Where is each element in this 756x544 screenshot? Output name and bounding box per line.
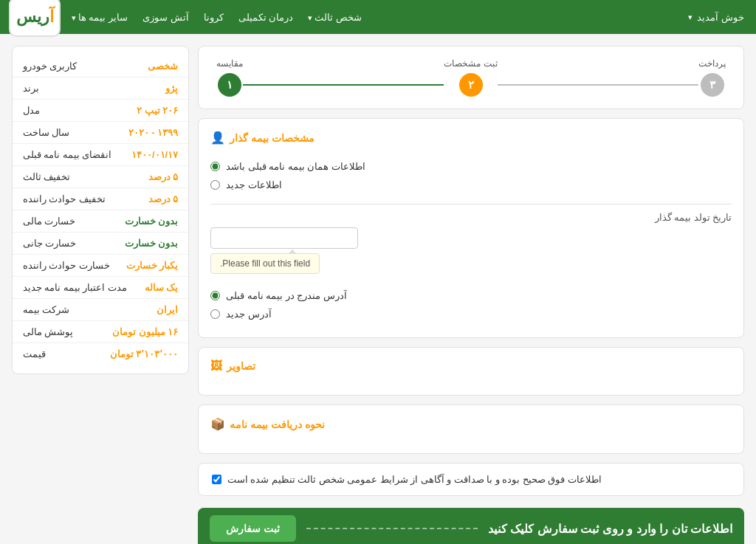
delivery-title: نحوه دریافت بیمه نامه 📦 (210, 417, 732, 431)
sidebar-row-5: ۵ درصد تخفیف ثالث (13, 166, 188, 188)
insurer-icon: 👤 (210, 131, 225, 145)
step-line-1 (243, 84, 444, 86)
sidebar-label-6: تخفیف حوادث راننده (23, 193, 106, 204)
sidebar-value-2: ۲۰۶ تیپ ۲ (137, 105, 178, 116)
sidebar-label-1: برند (23, 83, 39, 94)
step-register: ثبت مشخصات ۲ (444, 58, 497, 97)
sidebar-row-3: ۱۳۹۹ - ۲۰۲۰ سال ساخت (13, 122, 188, 144)
birthdate-label: تاریخ تولد بیمه گذار (210, 212, 732, 223)
submit-dashed-line (306, 528, 478, 529)
insurer-radio-1-label: اطلاعات جدید (226, 179, 282, 190)
sidebar-value-6: ۵ درصد (148, 193, 178, 204)
delivery-icon: 📦 (210, 417, 225, 431)
insurer-title-text: مشخصات بیمه گذار (230, 132, 315, 144)
address-radio-0[interactable]: آدرس مندرج در بیمه نامه قبلی (210, 290, 732, 301)
sidebar-label-3: سال ساخت (23, 127, 69, 138)
confirm-checkbox[interactable] (212, 475, 221, 484)
nav-link-4[interactable]: سایر بیمه ها (72, 12, 128, 23)
sidebar-row-1: پژو برند (13, 78, 188, 100)
sidebar-value-9: یکبار خسارت (126, 260, 178, 271)
sidebar-value-5: ۵ درصد (148, 171, 178, 182)
insurer-radio-0[interactable]: اطلاعات همان بیمه نامه قبلی باشد (210, 161, 732, 172)
tooltip-text: Please fill out this field. (220, 258, 310, 269)
step-line-2 (498, 84, 698, 86)
step-compare: مقایسه ۱ (216, 58, 243, 97)
sidebar-label-0: کاربری خودرو (23, 61, 77, 72)
sidebar-value-11: ایران (157, 304, 178, 315)
navbar: خوش آمدید شخص ثالث درمان تکمیلی کرونا آت… (0, 0, 756, 34)
sidebar-row-10: یک ساله مدت اعتبار بیمه نامه جدید (13, 277, 188, 299)
sidebar-row-12: ۱۶ میلیون تومان پوشش مالی (13, 321, 188, 343)
step-payment-label: پرداخت (698, 58, 726, 69)
delivery-title-text: نحوه دریافت بیمه نامه (230, 419, 325, 430)
submit-button[interactable]: ثبت سفارش (210, 515, 296, 542)
main-layout: پرداخت ۳ ثبت مشخصات ۲ مقایسه ۱ (0, 34, 756, 544)
birthdate-group: تاریخ تولد بیمه گذار Please fill out thi… (210, 212, 732, 277)
step-register-circle: ۲ (459, 73, 483, 97)
sidebar-label-2: مدل (23, 105, 40, 116)
sidebar-row-9: یکبار خسارت خسارت حوادث راننده (13, 255, 188, 277)
sidebar-label-13: قیمت (23, 348, 46, 359)
sidebar-label-10: مدت اعتبار بیمه نامه جدید (23, 282, 127, 293)
nav-link-3[interactable]: آتش سوزی (142, 12, 189, 23)
sidebar-value-7: بدون خسارت (125, 216, 178, 227)
step-register-label: ثبت مشخصات (444, 58, 497, 69)
insurer-title: مشخصات بیمه گذار 👤 (210, 131, 732, 145)
confirm-checkbox-row[interactable]: اطلاعات فوق صحیح بوده و با صداقت و آگاهی… (212, 474, 730, 485)
sidebar-value-0: شخصی (148, 61, 178, 72)
divider-1 (210, 204, 732, 204)
nav-link-0[interactable]: شخص ثالث (308, 12, 362, 23)
sidebar-value-3: ۱۳۹۹ - ۲۰۲۰ (128, 127, 178, 138)
address-radio-1-input[interactable] (210, 309, 220, 319)
nav-link-2[interactable]: کرونا (204, 12, 224, 23)
sidebar-label-9: خسارت حوادث راننده (23, 260, 110, 271)
images-icon: 🖼 (210, 359, 222, 373)
sidebar-label-4: انقضای بیمه نامه قبلی (23, 149, 111, 160)
sidebar-value-12: ۱۶ میلیون تومان (112, 326, 178, 337)
address-radio-0-input[interactable] (210, 291, 220, 300)
insurer-radio-group: اطلاعات همان بیمه نامه قبلی باشد اطلاعات… (210, 155, 732, 196)
sidebar-rows: شخصی کاربری خودرو پژو برند ۲۰۶ تیپ ۲ مدل… (13, 55, 188, 365)
insurer-radio-0-input[interactable] (210, 162, 220, 171)
insurer-section: مشخصات بیمه گذار 👤 اطلاعات همان بیمه نام… (198, 118, 744, 338)
sidebar-value-13: ۳٬۱۰۳٬۰۰۰ تومان (110, 348, 178, 359)
confirm-label: اطلاعات فوق صحیح بوده و با صداقت و آگاهی… (227, 474, 602, 485)
tooltip-box: Please fill out this field. (210, 253, 320, 274)
step-compare-label: مقایسه (216, 58, 243, 69)
sidebar-label-7: خسارت مالی (23, 216, 75, 227)
step-payment: پرداخت ۳ (698, 58, 726, 97)
address-radio-0-label: آدرس مندرج در بیمه نامه قبلی (226, 290, 347, 301)
welcome-text: خوش آمدید (697, 12, 744, 23)
address-radio-group: آدرس مندرج در بیمه نامه قبلی آدرس جدید (210, 284, 732, 326)
sidebar-row-0: شخصی کاربری خودرو (13, 55, 188, 78)
insurer-radio-1-input[interactable] (210, 180, 220, 190)
sidebar-row-8: بدون خسارت خسارت جانی (13, 233, 188, 255)
sidebar: شخصی کاربری خودرو پژو برند ۲۰۶ تیپ ۲ مدل… (12, 46, 189, 374)
images-title: تصاویر 🖼 (210, 359, 732, 373)
address-radio-1-label: آدرس جدید (226, 309, 272, 320)
welcome-menu[interactable]: خوش آمدید (688, 12, 744, 23)
step-payment-circle: ۳ (701, 73, 724, 97)
insurer-radio-1[interactable]: اطلاعات جدید (210, 179, 732, 190)
sidebar-row-2: ۲۰۶ تیپ ۲ مدل (13, 100, 188, 122)
logo: آریس (9, 0, 61, 37)
birthdate-input[interactable] (210, 227, 358, 249)
logo-text: آریس (16, 7, 54, 27)
nav-link-1[interactable]: درمان تکمیلی (238, 12, 294, 23)
sidebar-value-4: ۱۴۰۰/۰۱/۱۷ (131, 149, 178, 160)
images-title-text: تصاویر (227, 360, 255, 372)
steps-bar: پرداخت ۳ ثبت مشخصات ۲ مقایسه ۱ (198, 46, 744, 109)
sidebar-row-13: ۳٬۱۰۳٬۰۰۰ تومان قیمت (13, 343, 188, 365)
sidebar-label-12: پوشش مالی (23, 326, 73, 337)
address-radio-1[interactable]: آدرس جدید (210, 309, 732, 320)
sidebar-label-8: خسارت جانی (23, 238, 76, 249)
nav-links: شخص ثالث درمان تکمیلی کرونا آتش سوزی سای… (12, 12, 362, 23)
delivery-section: نحوه دریافت بیمه نامه 📦 (198, 404, 744, 454)
images-section: تصاویر 🖼 (198, 347, 744, 396)
sidebar-value-1: پژو (165, 83, 178, 94)
insurer-radio-0-label: اطلاعات همان بیمه نامه قبلی باشد (226, 161, 365, 172)
sidebar-label-5: تخفیف ثالث (23, 171, 70, 182)
submit-area: اطلاعات تان را وارد و روی ثبت سفارش کلیک… (198, 508, 744, 544)
sidebar-value-8: بدون خسارت (125, 238, 178, 249)
confirm-section: اطلاعات فوق صحیح بوده و با صداقت و آگاهی… (198, 463, 744, 496)
